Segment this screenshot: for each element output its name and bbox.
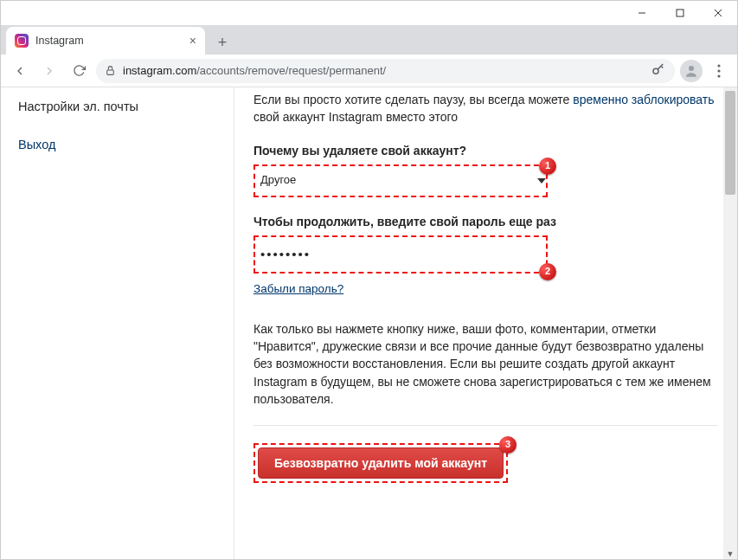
lock-icon: [105, 65, 116, 76]
tab-close-icon[interactable]: ×: [189, 34, 196, 48]
browser-toolbar: instagram.com/accounts/remove/request/pe…: [1, 55, 737, 87]
password-input-highlight: •••••••• 2: [253, 235, 548, 274]
url-host: instagram.com/accounts/remove/request/pe…: [123, 64, 386, 77]
forgot-password-link[interactable]: Забыли пароль?: [253, 280, 343, 298]
password-input[interactable]: ••••••••: [260, 241, 546, 268]
password-value: ••••••••: [260, 245, 311, 264]
temporarily-disable-link[interactable]: временно заблокировать: [573, 93, 714, 106]
divider: [253, 425, 718, 426]
main-content: Если вы просто хотите сделать паузу, вы …: [234, 87, 737, 560]
reason-select[interactable]: Другое: [260, 170, 546, 192]
nav-back-button[interactable]: [8, 59, 32, 83]
reason-label: Почему вы удаляете свой аккаунт?: [253, 142, 718, 159]
reason-select-highlight: Другое 1: [253, 164, 548, 197]
tab-title: Instagram: [35, 35, 84, 47]
nav-forward-button[interactable]: [37, 59, 61, 83]
svg-point-9: [717, 64, 720, 67]
intro-paragraph: Если вы просто хотите сделать паузу, вы …: [253, 91, 718, 126]
svg-point-11: [717, 74, 720, 77]
scroll-thumb[interactable]: [725, 91, 735, 195]
instagram-favicon-icon: [15, 34, 29, 48]
browser-menu-button[interactable]: [708, 64, 730, 78]
scroll-down-arrow-icon[interactable]: ▼: [723, 547, 737, 560]
browser-tabstrip: Instagram × +: [1, 25, 737, 55]
svg-rect-1: [677, 10, 683, 16]
password-label: Чтобы продолжить, введите свой пароль ещ…: [253, 213, 718, 230]
annotation-badge-1: 1: [539, 158, 556, 175]
window-titlebar: [1, 1, 737, 25]
reason-selected-value: Другое: [260, 172, 296, 189]
warning-paragraph: Как только вы нажмете кнопку ниже, ваши …: [253, 320, 718, 408]
svg-point-5: [653, 68, 658, 74]
svg-rect-4: [107, 70, 114, 74]
browser-tab[interactable]: Instagram ×: [6, 27, 205, 55]
sidebar-item-email-settings[interactable]: Настройки эл. почты: [1, 87, 234, 126]
window-minimize-button[interactable]: [623, 1, 661, 25]
annotation-badge-2: 2: [539, 263, 556, 280]
page-body: Настройки эл. почты Выход Если вы просто…: [1, 87, 737, 560]
vertical-scrollbar[interactable]: ▲ ▼: [723, 87, 737, 560]
password-key-icon[interactable]: [651, 61, 666, 80]
svg-line-7: [661, 66, 663, 68]
delete-button-highlight: Безвозвратно удалить мой аккаунт 3: [253, 443, 508, 483]
nav-reload-button[interactable]: [67, 59, 91, 83]
svg-point-8: [689, 66, 694, 71]
sidebar-item-logout[interactable]: Выход: [1, 126, 234, 164]
window-close-button[interactable]: [699, 1, 737, 25]
new-tab-button[interactable]: +: [210, 30, 234, 55]
svg-point-10: [717, 69, 720, 72]
url-bar[interactable]: instagram.com/accounts/remove/request/pe…: [96, 59, 675, 83]
settings-sidebar: Настройки эл. почты Выход: [1, 87, 234, 560]
window-maximize-button[interactable]: [661, 1, 699, 25]
chevron-down-icon: [537, 178, 546, 183]
annotation-badge-3: 3: [499, 436, 517, 454]
permanently-delete-button[interactable]: Безвозвратно удалить мой аккаунт: [258, 447, 504, 479]
profile-avatar-button[interactable]: [680, 60, 703, 82]
